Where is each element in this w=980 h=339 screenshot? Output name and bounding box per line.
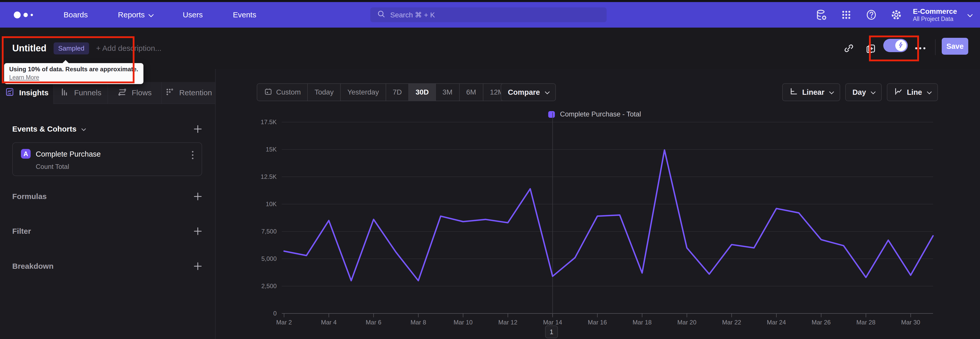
x-axis-label: Mar 2	[276, 319, 292, 326]
tooltip-learn-more-link[interactable]: Learn More	[9, 74, 39, 81]
save-button[interactable]: Save	[942, 38, 968, 55]
x-axis-label: Mar 24	[767, 319, 786, 326]
lightning-bolt-icon	[897, 41, 905, 50]
chart-pagination-button[interactable]: 1	[545, 325, 558, 338]
help-icon[interactable]	[865, 8, 878, 21]
x-axis-label: Mar 26	[811, 319, 831, 326]
settings-gear-icon[interactable]	[890, 8, 903, 21]
x-axis-label: Mar 20	[677, 319, 697, 326]
series-letter-badge: A	[21, 149, 30, 158]
events-cohorts-title: Events & Cohorts	[12, 125, 76, 133]
section-row-formulas: Formulas	[12, 189, 202, 204]
event-name[interactable]: Complete Purchase	[36, 150, 101, 158]
x-axis-label: Mar 16	[588, 319, 607, 326]
query-builder-panel: InsightsFunnelsFlowsRetention Events & C…	[0, 69, 216, 339]
tooltip-caret	[62, 60, 69, 63]
titlebar-divider	[935, 39, 935, 55]
section-row-filter: Filter	[12, 224, 202, 239]
y-axis-label: 15K	[266, 146, 277, 153]
funnels-icon	[60, 87, 70, 99]
tab-insights[interactable]: Insights	[0, 82, 53, 104]
event-card[interactable]: A Complete Purchase Count Total	[12, 142, 202, 176]
y-axis-label: 7,500	[261, 228, 277, 235]
add-filter-button[interactable]	[193, 227, 202, 236]
nav-item-reports[interactable]: Reports	[118, 10, 153, 19]
project-scope: All Project Data	[913, 16, 957, 22]
x-axis-label: Mar 28	[856, 319, 876, 326]
chevron-down-icon	[148, 12, 154, 17]
chevron-down-icon[interactable]	[81, 126, 86, 131]
x-axis-label: Mar 12	[498, 319, 517, 326]
data-management-icon[interactable]	[815, 8, 828, 21]
more-options-icon[interactable]	[915, 47, 925, 49]
nav-item-boards[interactable]: Boards	[64, 10, 88, 19]
insights-icon	[5, 87, 14, 99]
chart-panel: CustomTodayYesterday7D30D3M6M12M Compare…	[216, 69, 980, 339]
tab-retention[interactable]: Retention	[161, 82, 215, 104]
section-title: Formulas	[12, 192, 47, 201]
x-axis-label: Mar 22	[722, 319, 741, 326]
search-placeholder: Search ⌘ + K	[390, 11, 435, 19]
apps-grid-icon[interactable]	[840, 8, 853, 21]
sampling-tooltip: Using 10% of data. Results are approxima…	[4, 63, 143, 84]
add-description-field[interactable]: + Add description...	[96, 44, 162, 53]
report-title[interactable]: Untitled	[12, 43, 46, 54]
events-cohorts-header-row: Events & Cohorts	[12, 122, 202, 137]
y-axis-label: 10K	[266, 200, 277, 208]
event-aggregation[interactable]: Count Total	[36, 163, 69, 171]
project-name: E-Commerce	[913, 7, 957, 16]
y-axis-label: 5,000	[261, 255, 277, 262]
primary-nav: BoardsReportsUsersEvents	[64, 10, 256, 19]
x-axis-label: Mar 8	[410, 319, 426, 326]
project-switcher[interactable]: E-Commerce All Project Data	[913, 2, 972, 27]
retention-icon	[165, 87, 175, 99]
sampling-toggle[interactable]	[883, 39, 908, 52]
line-chart[interactable]: 02,5005,0007,50010K12.5K15K17.5KMar 2Mar…	[216, 69, 980, 339]
tab-funnels[interactable]: Funnels	[53, 82, 107, 104]
navbar-icon-group	[815, 2, 903, 27]
search-icon	[377, 10, 386, 20]
y-axis-label: 12.5K	[261, 173, 277, 180]
x-axis-label: Mar 10	[453, 319, 473, 326]
add-breakdown-button[interactable]	[193, 262, 202, 271]
mixpanel-logo-icon[interactable]	[14, 11, 33, 18]
window-top-strip	[0, 0, 980, 2]
report-type-tabs: InsightsFunnelsFlowsRetention	[0, 82, 215, 104]
add-event-button[interactable]	[193, 125, 202, 134]
report-title-bar: Untitled Sampled + Add description... Sa	[0, 27, 980, 69]
sampled-badge[interactable]: Sampled	[54, 42, 89, 54]
section-title: Filter	[12, 227, 31, 235]
tab-flows[interactable]: Flows	[107, 82, 161, 104]
section-row-breakdown: Breakdown	[12, 259, 202, 274]
copy-link-icon[interactable]	[842, 42, 856, 55]
chevron-down-icon	[967, 12, 973, 17]
flows-icon	[118, 87, 127, 99]
tooltip-message: Using 10% of data. Results are approxima…	[9, 66, 138, 73]
x-axis-label: Mar 18	[633, 319, 652, 326]
add-formulas-button[interactable]	[193, 192, 202, 201]
y-axis-label: 2,500	[261, 283, 277, 289]
global-search-input[interactable]: Search ⌘ + K	[370, 7, 607, 22]
data-series-line[interactable]	[284, 150, 933, 281]
nav-item-events[interactable]: Events	[233, 10, 256, 19]
x-axis-label: Mar 14	[543, 319, 562, 326]
x-axis-label: Mar 6	[366, 319, 381, 326]
x-axis-label: Mar 4	[321, 319, 337, 326]
top-navbar: BoardsReportsUsersEvents Search ⌘ + K	[0, 2, 980, 27]
y-axis-label: 17.5K	[261, 118, 277, 125]
event-options-icon[interactable]	[192, 151, 193, 159]
section-title: Breakdown	[12, 262, 54, 270]
x-axis-label: Mar 30	[901, 319, 920, 326]
nav-item-users[interactable]: Users	[183, 10, 203, 19]
y-axis-label: 0	[273, 310, 277, 317]
add-to-board-icon[interactable]	[864, 42, 877, 55]
